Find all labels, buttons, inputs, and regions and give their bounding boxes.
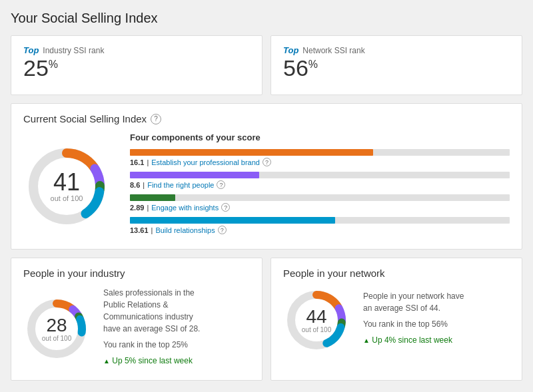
component-score-2: 2.89 — [130, 204, 144, 212]
network-rank-top: Top — [283, 45, 298, 55]
ssi-out-of: out of 100 — [51, 194, 83, 202]
component-help-icon-0[interactable]: ? — [263, 158, 271, 166]
component-bar-1 — [130, 172, 259, 178]
component-item-1: 8.6 | Find the right people ? — [130, 172, 510, 189]
people-network-rank: You rank in the top 56% — [363, 318, 464, 330]
people-network-score: 44 — [302, 307, 331, 326]
component-bar-2 — [130, 194, 175, 201]
ssi-score-center: 41 out of 100 — [51, 170, 83, 202]
component-label-3: 13.61 | Build relationships ? — [130, 226, 510, 234]
component-item-3: 13.61 | Build relationships ? — [130, 217, 510, 234]
people-network-title: People in your network — [283, 268, 510, 279]
component-name-2: Engage with insights — [151, 204, 219, 212]
page-title: Your Social Selling Index — [11, 11, 522, 26]
component-bar-0 — [130, 149, 373, 156]
people-industry-donut: 28 out of 100 — [23, 295, 90, 362]
ssi-row: Current Social Selling Index ? 41 out of… — [11, 103, 522, 250]
component-bar-wrapper-0 — [130, 149, 510, 156]
industry-rank-label: Top Industry SSI rank — [23, 45, 250, 55]
people-network-sub: out of 100 — [302, 326, 331, 333]
network-rank-card: Top Network SSI rank 56% — [270, 35, 522, 95]
component-name-3: Build relationships — [155, 226, 215, 234]
components-list: 16.1 | Establish your professional brand… — [130, 149, 510, 234]
component-label-0: 16.1 | Establish your professional brand… — [130, 158, 510, 166]
people-network-donut: 44 out of 100 — [283, 287, 350, 353]
ssi-score: 41 — [51, 170, 83, 194]
component-score-0: 16.1 — [130, 158, 144, 166]
people-network-trend: ▲ Up 4% since last week — [363, 334, 464, 346]
component-help-icon-2[interactable]: ? — [221, 203, 230, 212]
component-bar-wrapper-1 — [130, 172, 510, 178]
people-network-card: People in your network 44 out of 100 Peo… — [270, 258, 522, 381]
ssi-content: 41 out of 100 Four components of your sc… — [23, 132, 510, 240]
component-score-1: 8.6 — [130, 181, 140, 189]
industry-rank-value: 25% — [23, 57, 250, 79]
people-industry-desc: Sales professionals in the Public Relati… — [103, 287, 200, 335]
people-network-content: 44 out of 100 People in your network hav… — [283, 287, 510, 353]
ssi-components: Four components of your score 16.1 | Est… — [130, 132, 510, 240]
ssi-help-icon[interactable]: ? — [151, 114, 161, 124]
industry-rank-card: Top Industry SSI rank 25% — [11, 35, 263, 95]
people-industry-score-center: 28 out of 100 — [42, 316, 71, 342]
people-industry-card: People in your industry 28 out of 100 Sa… — [11, 258, 263, 381]
people-network-desc: People in your network have an average S… — [363, 290, 464, 314]
component-bar-wrapper-2 — [130, 194, 510, 201]
ssi-donut: 41 out of 100 — [23, 143, 110, 230]
people-industry-trend: ▲ Up 5% since last week — [103, 355, 200, 367]
network-rank-title: Network SSI rank — [302, 46, 364, 55]
component-name-0: Establish your professional brand — [151, 158, 260, 166]
component-label-2: 2.89 | Engage with insights ? — [130, 203, 510, 212]
component-bar-3 — [130, 217, 335, 224]
component-item-0: 16.1 | Establish your professional brand… — [130, 149, 510, 166]
component-help-icon-1[interactable]: ? — [217, 180, 225, 189]
component-help-icon-3[interactable]: ? — [218, 226, 227, 234]
component-label-1: 8.6 | Find the right people ? — [130, 180, 510, 189]
people-industry-content: 28 out of 100 Sales professionals in the… — [23, 287, 250, 371]
industry-rank-top: Top — [23, 45, 39, 55]
people-industry-score: 28 — [42, 316, 71, 335]
industry-rank-title: Industry SSI rank — [43, 46, 104, 55]
people-row: People in your industry 28 out of 100 Sa… — [11, 258, 522, 381]
components-title: Four components of your score — [130, 132, 510, 142]
people-industry-title: People in your industry — [23, 268, 250, 279]
ssi-card: Current Social Selling Index ? 41 out of… — [11, 103, 522, 250]
people-network-text: People in your network have an average S… — [363, 290, 464, 350]
component-bar-wrapper-3 — [130, 217, 510, 224]
component-item-2: 2.89 | Engage with insights ? — [130, 194, 510, 212]
people-network-score-center: 44 out of 100 — [302, 307, 331, 333]
people-industry-sub: out of 100 — [42, 335, 71, 342]
network-rank-label: Top Network SSI rank — [283, 45, 510, 55]
people-industry-rank: You rank in the top 25% — [103, 339, 200, 351]
rank-row: Top Industry SSI rank 25% Top Network SS… — [11, 35, 522, 95]
component-score-3: 13.61 — [130, 226, 149, 234]
component-name-1: Find the right people — [147, 181, 214, 189]
ssi-title: Current Social Selling Index ? — [23, 113, 510, 124]
people-industry-text: Sales professionals in the Public Relati… — [103, 287, 200, 371]
network-rank-value: 56% — [283, 57, 510, 79]
